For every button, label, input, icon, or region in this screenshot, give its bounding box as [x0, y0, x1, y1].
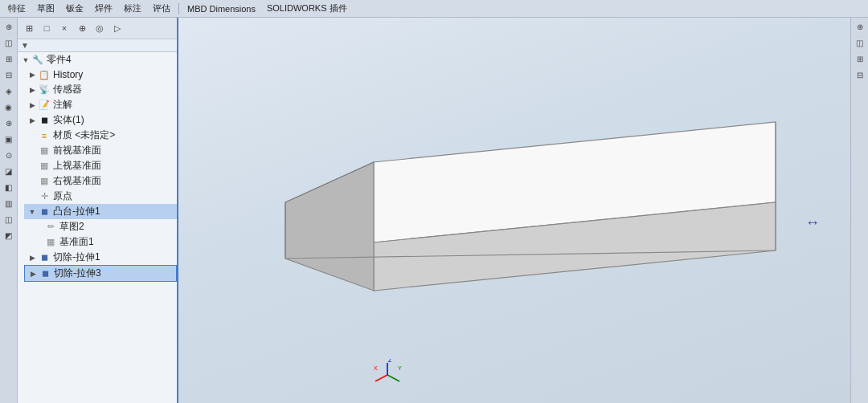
- solids-label: 实体(1): [53, 113, 84, 127]
- tree-btn-more[interactable]: ▷: [109, 20, 125, 36]
- side-icon-8[interactable]: ▣: [2, 132, 16, 146]
- sketch2-icon: ✏: [44, 221, 57, 234]
- svg-text:X: X: [374, 365, 378, 371]
- notes-expand-icon: ▶: [27, 100, 37, 110]
- menu-biaozhù[interactable]: 标注: [119, 2, 146, 15]
- tree-item-front-plane[interactable]: ▶ ▦ 前视基准面: [24, 143, 177, 158]
- tree-btn-expand[interactable]: ◎: [92, 20, 108, 36]
- tree-item-sketch2[interactable]: ▶ ✏ 草图2: [31, 219, 177, 234]
- sensors-label: 传感器: [53, 83, 82, 96]
- cut-extrude3-expand-icon: ▶: [28, 269, 38, 279]
- solids-icon: ◼: [38, 114, 51, 127]
- side-icon-11[interactable]: ◧: [2, 180, 16, 194]
- side-icon-14[interactable]: ◩: [2, 228, 16, 242]
- tree-item-boss-extrude1[interactable]: ▼ ◼ 凸台-拉伸1: [24, 204, 177, 219]
- boss-extrude1-expand-icon: ▼: [27, 207, 37, 217]
- axis-triad-svg: X Y Z: [371, 359, 403, 383]
- tree-item-origin[interactable]: ▶ ✛ 原点: [24, 189, 177, 204]
- menu-mbd[interactable]: MBD Dimensions: [182, 3, 260, 14]
- side-icon-3[interactable]: ⊞: [2, 51, 16, 66]
- svg-line-7: [375, 375, 387, 381]
- filter-icon: ▼: [21, 41, 29, 50]
- tree-filter-row: ▼: [18, 39, 177, 52]
- axis-triad: X Y Z: [371, 359, 403, 383]
- 3d-viewport[interactable]: ↔ X Y Z: [178, 18, 850, 403]
- side-icon-7[interactable]: ⊕: [2, 116, 16, 130]
- tree-item-cut-extrude1[interactable]: ▶ ◼ 切除-拉伸1: [24, 250, 177, 265]
- tree-btn-collapse[interactable]: ⊕: [74, 20, 90, 36]
- sensors-icon: 📡: [38, 83, 51, 96]
- origin-label: 原点: [53, 189, 72, 203]
- side-icon-6[interactable]: ◉: [2, 100, 16, 114]
- right-plane-label: 右视基准面: [53, 174, 101, 188]
- menu-tezheng[interactable]: 特征: [3, 2, 31, 15]
- side-icon-1[interactable]: ⊕: [2, 19, 16, 34]
- tree-item-right-plane[interactable]: ▶ ▦ 右视基准面: [24, 173, 177, 189]
- right-icon-3[interactable]: ⊞: [853, 51, 867, 66]
- svg-text:Y: Y: [398, 365, 402, 371]
- tree-item-notes[interactable]: ▶ 📝 注解: [24, 97, 177, 112]
- front-plane-label: 前视基准面: [53, 144, 101, 157]
- right-plane-icon: ▦: [38, 175, 51, 188]
- notes-label: 注解: [53, 98, 72, 112]
- tree-toolbar: ⊞ □ × ⊕ ◎ ▷: [18, 18, 177, 39]
- cut-extrude1-icon: ◼: [38, 251, 51, 264]
- cut-extrude1-expand-icon: ▶: [27, 253, 37, 263]
- menu-pinggu[interactable]: 评估: [148, 2, 175, 15]
- menu-banjin[interactable]: 钣金: [61, 2, 88, 15]
- tree-item-cut-extrude3[interactable]: ▶ ◼ 切除-拉伸3: [24, 265, 177, 282]
- svg-marker-2: [285, 162, 374, 291]
- tree-item-sensors[interactable]: ▶ 📡 传感器: [24, 82, 177, 97]
- sensors-expand-icon: ▶: [27, 85, 37, 95]
- menu-caotu[interactable]: 草图: [32, 2, 59, 15]
- right-side-icons: ⊕ ◫ ⊞ ⊟: [850, 18, 868, 403]
- side-icon-13[interactable]: ◫: [2, 212, 16, 226]
- material-label: 材质 <未指定>: [53, 128, 115, 142]
- side-icon-10[interactable]: ◪: [2, 164, 16, 178]
- root-part-icon: 🔧: [31, 54, 44, 67]
- tree-btn-highlight[interactable]: ×: [56, 20, 72, 36]
- tree-item-base-surface1[interactable]: ▶ ▦ 基准面1: [31, 234, 177, 250]
- viewport-cursor: ↔: [805, 214, 820, 231]
- front-plane-icon: ▦: [38, 145, 51, 157]
- right-icon-4[interactable]: ⊟: [853, 67, 867, 82]
- menu-hanjian[interactable]: 焊件: [90, 2, 117, 15]
- svg-line-8: [387, 375, 399, 381]
- 3d-model-svg: [277, 98, 792, 323]
- material-icon: ≡: [38, 129, 51, 142]
- cut-extrude1-label: 切除-拉伸1: [53, 250, 100, 264]
- cut-extrude3-icon: ◼: [39, 267, 51, 280]
- left-side-icons: ⊕ ◫ ⊞ ⊟ ◈ ◉ ⊕ ▣ ⊙ ◪ ◧ ▥ ◫ ◩: [0, 18, 18, 403]
- separator: [178, 3, 179, 14]
- tree-item-material[interactable]: ▶ ≡ 材质 <未指定>: [24, 128, 177, 143]
- right-icon-1[interactable]: ⊕: [853, 19, 867, 34]
- tree-item-solids[interactable]: ▶ ◼ 实体(1): [24, 112, 177, 128]
- side-icon-4[interactable]: ⊟: [2, 67, 16, 82]
- side-icon-9[interactable]: ⊙: [2, 148, 16, 162]
- root-label: 零件4: [47, 53, 72, 67]
- sketch2-label: 草图2: [59, 220, 84, 234]
- side-icon-2[interactable]: ◫: [2, 35, 16, 50]
- tree-btn-filter[interactable]: ⊞: [21, 20, 37, 36]
- tree-item-top-plane[interactable]: ▶ ▦ 上视基准面: [24, 158, 177, 173]
- top-plane-icon: ▦: [38, 160, 51, 173]
- cut-extrude3-label: 切除-拉伸3: [54, 267, 101, 280]
- notes-icon: 📝: [38, 99, 51, 112]
- history-expand-icon: ▶: [27, 70, 37, 79]
- tree-btn-search[interactable]: □: [39, 20, 55, 36]
- boss-extrude1-label: 凸台-拉伸1: [53, 205, 100, 218]
- menu-solidworks-plugin[interactable]: SOLIDWORKS 插件: [262, 2, 352, 15]
- tree-content: ▼ 🔧 零件4 ▶ 📋 History ▶ 📡 传感器 ▶ 📝 注解: [18, 52, 177, 403]
- side-icon-5[interactable]: ◈: [2, 83, 16, 98]
- right-icon-2[interactable]: ◫: [853, 35, 867, 50]
- boss-extrude1-icon: ◼: [38, 206, 51, 218]
- tree-item-history[interactable]: ▶ 📋 History: [24, 67, 177, 82]
- tree-root[interactable]: ▼ 🔧 零件4: [18, 52, 177, 67]
- side-icon-12[interactable]: ▥: [2, 196, 16, 210]
- main-content: ⊕ ◫ ⊞ ⊟ ◈ ◉ ⊕ ▣ ⊙ ◪ ◧ ▥ ◫ ◩ ⊞ □ × ⊕ ◎ ▷ …: [0, 18, 868, 403]
- history-icon: 📋: [38, 68, 51, 81]
- root-expand-icon: ▼: [21, 55, 31, 65]
- origin-icon: ✛: [38, 190, 51, 203]
- history-label: History: [53, 69, 83, 80]
- feature-tree-panel: ⊞ □ × ⊕ ◎ ▷ ▼ ▼ 🔧 零件4 ▶ 📋 History: [18, 18, 178, 403]
